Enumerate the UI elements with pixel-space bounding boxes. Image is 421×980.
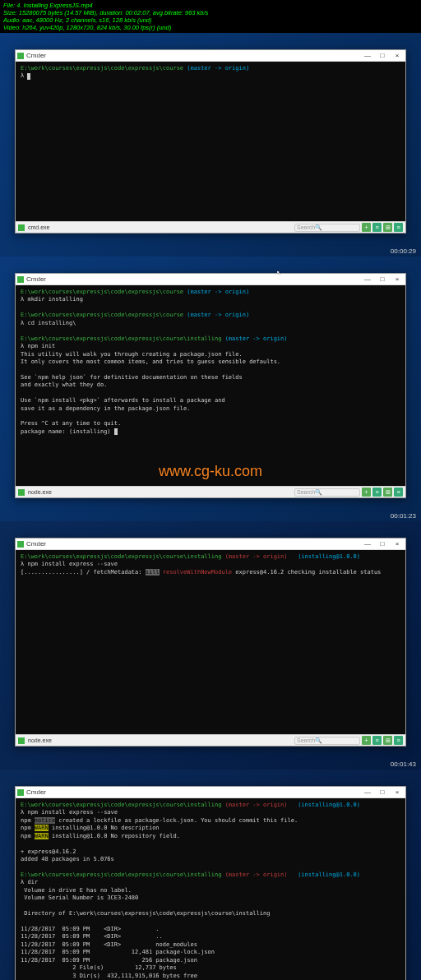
timestamp: 00:00:29 (391, 247, 416, 255)
window-title: Cmder (26, 540, 361, 548)
close-button[interactable]: × (391, 539, 404, 549)
status-icon-4[interactable]: ≡ (394, 223, 403, 232)
task-name[interactable]: node.exe (28, 737, 293, 743)
status-icon-1[interactable]: + (362, 223, 371, 232)
timestamp: 00:01:23 (391, 512, 416, 520)
task-icon (18, 489, 25, 496)
maximize-button[interactable]: □ (376, 275, 389, 284)
terminal-output[interactable]: E:\work\courses\expressjs\code\expressjs… (16, 798, 405, 980)
maximize-button[interactable]: □ (376, 51, 389, 61)
titlebar[interactable]: Cmder — □ × (16, 539, 405, 550)
minimize-button[interactable]: — (361, 275, 374, 284)
status-icon-3[interactable]: ⊞ (383, 736, 392, 745)
status-icon-3[interactable]: ⊞ (383, 488, 392, 497)
status-icon-4[interactable]: ≡ (394, 736, 403, 745)
status-icon-2[interactable]: ≡ (372, 488, 382, 497)
minimize-button[interactable]: — (361, 539, 374, 549)
terminal-output[interactable]: E:\work\courses\expressjs\code\expressjs… (16, 62, 405, 221)
media-info-header: File: 4. Installing ExpressJS.mp4 Size: … (0, 0, 421, 33)
minimize-button[interactable]: — (361, 788, 374, 797)
cmder-window: Cmder — □ × E:\work\courses\expressjs\co… (15, 786, 406, 980)
cmder-icon (17, 276, 24, 283)
task-name[interactable]: cmd.exe (28, 224, 293, 230)
status-icon-1[interactable]: + (362, 488, 371, 497)
status-icon-3[interactable]: ⊞ (383, 223, 392, 232)
task-icon (18, 737, 25, 744)
status-bar: cmd.exe Search 🔍 + ≡ ⊞ ≡ (16, 221, 405, 233)
media-audio: Audio: aac, 48000 Hz, 2 channels, s16, 1… (3, 16, 418, 24)
close-button[interactable]: × (391, 788, 404, 797)
media-video: Video: h264, yuv420p, 1280x720, 824 kb/s… (3, 24, 418, 31)
status-icon-4[interactable]: ≡ (394, 488, 403, 497)
cursor (114, 428, 118, 435)
cmder-icon (17, 541, 24, 548)
status-bar: node.exe Search 🔍 + ≡ ⊞ ≡ (16, 486, 405, 497)
window-title: Cmder (26, 275, 361, 283)
screenshot-1: Cmder — □ × E:\work\courses\expressjs\co… (0, 33, 421, 257)
screenshot-4: Cmder — □ × E:\work\courses\expressjs\co… (0, 770, 421, 980)
titlebar[interactable]: Cmder — □ × (16, 274, 405, 285)
cmder-icon (17, 53, 24, 59)
task-icon (18, 224, 25, 231)
maximize-button[interactable]: □ (376, 539, 389, 549)
status-bar: node.exe Search 🔍 + ≡ ⊞ ≡ (16, 734, 405, 746)
cmder-window: Cmder — □ × E:\work\courses\expressjs\co… (15, 49, 406, 233)
media-file: File: 4. Installing ExpressJS.mp4 (3, 2, 418, 9)
titlebar[interactable]: Cmder — □ × (16, 787, 405, 798)
screenshot-3: Cmder — □ × E:\work\courses\expressjs\co… (0, 521, 421, 770)
search-input[interactable]: Search 🔍 (294, 224, 360, 232)
task-name[interactable]: node.exe (28, 489, 293, 495)
window-title: Cmder (26, 52, 361, 59)
maximize-button[interactable]: □ (376, 788, 389, 797)
status-icon-1[interactable]: + (362, 736, 371, 745)
search-input[interactable]: Search 🔍 (294, 737, 360, 745)
watermark: www.cg-ku.com (159, 463, 262, 480)
search-input[interactable]: Search 🔍 (294, 488, 360, 497)
cmder-icon (17, 789, 24, 796)
screenshot-2: ↖ Cmder — □ × E:\work\courses\expressjs\… (0, 257, 421, 521)
mouse-cursor-icon: ↖ (276, 267, 281, 276)
terminal-output[interactable]: E:\work\courses\expressjs\code\expressjs… (16, 550, 405, 734)
close-button[interactable]: × (391, 51, 404, 61)
window-title: Cmder (26, 788, 361, 796)
status-icon-2[interactable]: ≡ (372, 736, 382, 745)
media-size: Size: 15280075 bytes (14.57 MiB), durati… (3, 9, 418, 16)
minimize-button[interactable]: — (361, 51, 374, 61)
status-icon-2[interactable]: ≡ (372, 223, 382, 232)
cmder-window: Cmder — □ × E:\work\courses\expressjs\co… (15, 538, 406, 747)
close-button[interactable]: × (391, 275, 404, 284)
cursor (27, 73, 30, 80)
terminal-output[interactable]: E:\work\courses\expressjs\code\expressjs… (16, 285, 405, 486)
titlebar[interactable]: Cmder — □ × (16, 50, 405, 62)
timestamp: 00:01:43 (391, 760, 416, 768)
